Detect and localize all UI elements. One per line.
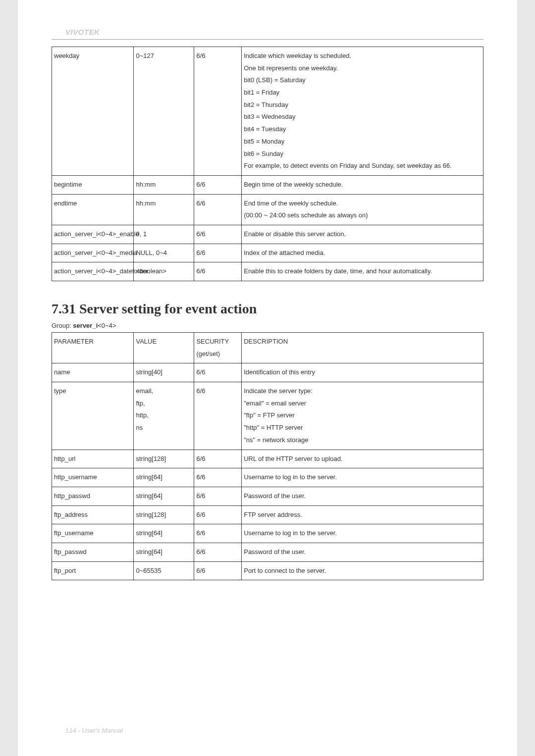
cell-value: string[64] xyxy=(134,543,194,561)
cell-value: 0~127 xyxy=(134,47,194,176)
cell-value: NULL, 0~4 xyxy=(134,244,194,262)
cell-security: 6/6 xyxy=(194,450,242,468)
cell-security: 6/6 xyxy=(194,487,242,505)
cell-value: hh:mm xyxy=(134,175,194,194)
cell-desc: Identification of this entry xyxy=(242,363,483,382)
cell-value: <boolean> xyxy=(134,262,194,281)
header-security: SECURITY (get/set) xyxy=(194,333,242,363)
divider xyxy=(52,39,483,40)
header-desc: DESCRIPTION xyxy=(242,333,483,363)
cell-param: begintime xyxy=(52,175,134,194)
cell-desc: FTP server address. xyxy=(242,505,483,524)
server-params-table: PARAMETER VALUE SECURITY (get/set) DESCR… xyxy=(52,332,483,580)
cell-param: action_server_i<0~4>_datefolder xyxy=(52,262,134,281)
cell-security: 6/6 xyxy=(194,543,242,561)
table-row: begintime hh:mm 6/6 Begin time of the we… xyxy=(52,175,483,194)
event-params-table: weekday 0~127 6/6 Indicate which weekday… xyxy=(52,47,483,281)
cell-value: 0, 1 xyxy=(134,225,194,244)
cell-desc: Indicate which weekday is scheduled. One… xyxy=(242,47,483,176)
group-suffix: <0~4> xyxy=(98,322,116,329)
section-heading: 7.31 Server setting for event action xyxy=(52,301,483,317)
cell-value: string[128] xyxy=(134,505,194,524)
cell-param: ftp_port xyxy=(52,561,134,580)
cell-security: 6/6 xyxy=(194,225,242,244)
cell-security: 6/6 xyxy=(194,561,242,580)
cell-security: 6/6 xyxy=(194,468,242,487)
cell-desc: Index of the attached media. xyxy=(242,244,483,262)
cell-desc: Username to log in to the server. xyxy=(242,524,483,543)
cell-value: 0~65535 xyxy=(134,561,194,580)
table-row: ftp_address string[128] 6/6 FTP server a… xyxy=(52,505,483,524)
cell-desc: Enable this to create folders by date, t… xyxy=(242,262,483,281)
cell-desc: Port to connect to the server. xyxy=(242,561,483,580)
table-row: action_server_i<0~4>_datefolder <boolean… xyxy=(52,262,483,281)
brand-label: VIVOTEK xyxy=(65,28,483,36)
cell-desc: Username to log in to the server. xyxy=(242,468,483,487)
cell-security: 6/6 xyxy=(194,363,242,382)
table-row: weekday 0~127 6/6 Indicate which weekday… xyxy=(52,47,483,176)
header-value: VALUE xyxy=(134,333,194,363)
cell-desc: Enable or disable this server action. xyxy=(242,225,483,244)
table-header-row: PARAMETER VALUE SECURITY (get/set) DESCR… xyxy=(52,333,483,363)
cell-param: weekday xyxy=(52,47,134,176)
table-row: action_server_i<0~4>_media NULL, 0~4 6/6… xyxy=(52,244,483,262)
table-row: action_server_i<0~4>_enable 0, 1 6/6 Ena… xyxy=(52,225,483,244)
table-row: http_username string[64] 6/6 Username to… xyxy=(52,468,483,487)
table-row: ftp_username string[64] 6/6 Username to … xyxy=(52,524,483,543)
cell-value: email, ftp, http, ns xyxy=(134,382,194,450)
cell-param: http_url xyxy=(52,450,134,468)
cell-param: ftp_username xyxy=(52,524,134,543)
table-row: ftp_passwd string[64] 6/6 Password of th… xyxy=(52,543,483,561)
cell-desc: Begin time of the weekly schedule. xyxy=(242,175,483,194)
group-line: Group: server_i<0~4> xyxy=(52,322,483,329)
group-prefix: Group: xyxy=(52,322,73,329)
cell-param: action_server_i<0~4>_enable xyxy=(52,225,134,244)
cell-security: 6/6 xyxy=(194,175,242,194)
cell-value: string[64] xyxy=(134,524,194,543)
cell-desc: Password of the user. xyxy=(242,543,483,561)
cell-security: 6/6 xyxy=(194,194,242,225)
cell-desc: Password of the user. xyxy=(242,487,483,505)
header-param: PARAMETER xyxy=(52,333,134,363)
table-row: http_passwd string[64] 6/6 Password of t… xyxy=(52,487,483,505)
table-row: ftp_port 0~65535 6/6 Port to connect to … xyxy=(52,561,483,580)
cell-security: 6/6 xyxy=(194,244,242,262)
table-row: endtime hh:mm 6/6 End time of the weekly… xyxy=(52,194,483,225)
cell-security: 6/6 xyxy=(194,47,242,176)
cell-desc: URL of the HTTP server to upload. xyxy=(242,450,483,468)
cell-param: endtime xyxy=(52,194,134,225)
page-footer: 114 - User's Manual xyxy=(65,727,123,734)
cell-param: action_server_i<0~4>_media xyxy=(52,244,134,262)
cell-value: hh:mm xyxy=(134,194,194,225)
group-bold: server_i xyxy=(73,322,98,329)
cell-value: string[64] xyxy=(134,468,194,487)
cell-param: type xyxy=(52,382,134,450)
cell-security: 6/6 xyxy=(194,505,242,524)
cell-security: 6/6 xyxy=(194,524,242,543)
cell-security: 6/6 xyxy=(194,382,242,450)
cell-param: http_username xyxy=(52,468,134,487)
page: VIVOTEK weekday 0~127 6/6 Indicate which… xyxy=(18,0,517,756)
table-row: name string[40] 6/6 Identification of th… xyxy=(52,363,483,382)
table-row: http_url string[128] 6/6 URL of the HTTP… xyxy=(52,450,483,468)
cell-security: 6/6 xyxy=(194,262,242,281)
cell-value: string[128] xyxy=(134,450,194,468)
cell-value: string[64] xyxy=(134,487,194,505)
cell-value: string[40] xyxy=(134,363,194,382)
cell-desc: End time of the weekly schedule. (00:00 … xyxy=(242,194,483,225)
cell-param: http_passwd xyxy=(52,487,134,505)
table-row: type email, ftp, http, ns 6/6 Indicate t… xyxy=(52,382,483,450)
cell-desc: Indicate the server type: "email" = emai… xyxy=(242,382,483,450)
cell-param: name xyxy=(52,363,134,382)
cell-param: ftp_address xyxy=(52,505,134,524)
cell-param: ftp_passwd xyxy=(52,543,134,561)
